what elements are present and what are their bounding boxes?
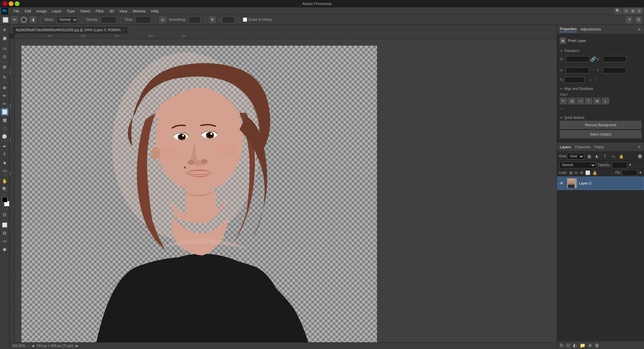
full-screen-icon[interactable]: ⊡ — [623, 8, 629, 14]
canvas-scroll-area[interactable]: 100 200 300 400 — [9, 39, 557, 342]
search-icon[interactable]: 🔍 — [614, 8, 621, 14]
tool-healing[interactable]: ⊕ — [1, 84, 8, 91]
flip-v-icon[interactable]: ↕ — [595, 78, 597, 82]
brush-hardness-icon[interactable]: ◑ — [30, 16, 36, 23]
target-tool[interactable]: ◉ — [1, 245, 8, 253]
opacity-down-icon[interactable]: ▼ — [629, 163, 632, 167]
align-right-btn[interactable]: ⊣ — [577, 98, 584, 104]
menu-edit[interactable]: Edit — [22, 8, 34, 14]
remove-background-btn[interactable]: Remove Background — [560, 121, 641, 129]
menu-image[interactable]: Image — [34, 8, 50, 14]
tab-properties[interactable]: Properties — [560, 27, 577, 32]
tool-text[interactable]: T — [1, 151, 8, 158]
tool-clone[interactable]: ✂ — [1, 100, 8, 107]
filter-smart-icon[interactable]: 🔒 — [618, 153, 625, 160]
color-swatches[interactable] — [2, 197, 7, 208]
menu-select[interactable]: Select — [77, 8, 93, 14]
tool-dodge[interactable]: ⬤ — [1, 132, 8, 140]
width-input[interactable]: 498 px — [566, 56, 589, 62]
nav-left[interactable]: ◀ — [32, 344, 34, 348]
menu-view[interactable]: View — [117, 8, 130, 14]
nav-right[interactable]: ▶ — [76, 344, 78, 348]
brush-size-indicator[interactable] — [21, 17, 27, 23]
transform-collapse-icon[interactable]: ▼ — [560, 49, 563, 53]
add-mask-icon[interactable]: ⊡ — [566, 343, 570, 348]
tab-channels[interactable]: Channels — [575, 145, 590, 149]
align-left-btn[interactable]: ⊢ — [560, 98, 567, 104]
filter-shape-icon[interactable]: ▭ — [610, 153, 616, 160]
minimize-btn[interactable] — [9, 1, 13, 6]
opacity-value-input[interactable]: 100% — [612, 162, 627, 168]
lock-artboard-icon[interactable]: ⬜ — [585, 170, 590, 175]
align-center-h-btn[interactable]: ⊟ — [568, 98, 576, 104]
new-layer-icon[interactable]: ⊕ — [588, 343, 592, 348]
canvas-container[interactable] — [21, 46, 377, 342]
tool-shape[interactable]: ▭ — [1, 167, 8, 174]
lock-image-icon[interactable]: ✏ — [575, 170, 578, 175]
arrange-icon[interactable]: ⊞ — [629, 8, 636, 14]
tool-marquee[interactable]: ▭ — [1, 45, 8, 52]
tool-brush[interactable]: ✏ — [1, 92, 8, 99]
tool-path-select[interactable]: ◈ — [1, 159, 8, 166]
document-tab[interactable]: 8a2b6385af57bbc85690fed48431d255.jpg @ 2… — [12, 26, 128, 34]
flip-h-icon[interactable]: ↔ — [589, 78, 593, 82]
menu-3d[interactable]: 3D — [107, 8, 117, 14]
menu-window[interactable]: Window — [130, 8, 148, 14]
select-subject-btn[interactable]: Select Subject — [560, 130, 641, 138]
lock-transparent-icon[interactable]: ⊞ — [569, 170, 573, 175]
tool-crop[interactable]: ⊞ — [1, 63, 8, 70]
menu-type[interactable]: Type — [64, 8, 77, 14]
height-input[interactable]: 846 px — [566, 67, 589, 73]
foreground-color[interactable] — [2, 197, 7, 202]
filter-text-icon[interactable]: T — [602, 153, 608, 160]
mode-select[interactable]: Normal — [57, 16, 78, 23]
tab-adjustments[interactable]: Adjustments — [581, 27, 601, 32]
history-icon[interactable]: ↺ — [626, 16, 633, 23]
lock-all-icon[interactable]: 🔒 — [592, 170, 597, 175]
qa-collapse-icon[interactable]: ▼ — [560, 116, 563, 119]
opacity-input[interactable]: 100% — [101, 16, 116, 23]
menu-help[interactable]: Help — [149, 8, 162, 14]
menu-layer[interactable]: Layer — [49, 8, 64, 14]
layer-item[interactable]: 👁 Layer 0 — [557, 177, 644, 190]
erase-history-checkbox[interactable] — [243, 17, 247, 22]
link-wh-icon[interactable]: 🔗 — [591, 54, 595, 64]
filter-pixel-icon[interactable]: ▦ — [586, 153, 592, 160]
more-options-btn[interactable]: ··· — [560, 106, 641, 112]
tool-eyedropper[interactable]: ✎ — [1, 73, 8, 81]
add-adjustment-icon[interactable]: ◐ — [573, 343, 577, 348]
workspace-icon[interactable]: ☰ — [636, 8, 643, 14]
tool-move[interactable]: ✛ — [1, 26, 8, 34]
angle-input[interactable]: 0° — [222, 16, 234, 23]
tool-eraser[interactable]: ⬜ — [1, 108, 8, 115]
blend-mode-select[interactable]: Normal — [559, 162, 596, 168]
frame-tool[interactable]: ▭ — [1, 237, 8, 245]
tool-hand[interactable]: ✋ — [1, 177, 8, 185]
delete-layer-icon[interactable]: 🗑 — [595, 343, 599, 348]
canvas-viewport[interactable] — [15, 39, 557, 342]
tab-close-icon[interactable]: × — [123, 29, 124, 32]
tab-paths[interactable]: Paths — [595, 145, 604, 149]
tool-lasso[interactable]: ⊙ — [1, 53, 8, 60]
align-bottom-btn[interactable]: ⊥ — [602, 98, 609, 104]
align-top-btn[interactable]: ⊤ — [585, 98, 592, 104]
maximize-btn[interactable] — [15, 1, 19, 6]
menu-filter[interactable]: Filter — [93, 8, 106, 14]
add-fx-icon[interactable]: fx — [560, 343, 564, 348]
menu-file[interactable]: File — [11, 8, 22, 14]
tool-zoom[interactable]: 🔍 — [1, 185, 8, 193]
layer-visibility-icon[interactable]: 👁 — [559, 181, 565, 186]
mask-mode[interactable]: ⊡ — [1, 211, 8, 218]
align-collapse-icon[interactable]: ▼ — [560, 87, 563, 91]
screen-mode[interactable]: ⬜ — [1, 221, 8, 229]
smoothing-input[interactable]: 0% — [189, 16, 201, 23]
filter-toggle[interactable] — [638, 154, 642, 158]
x-input[interactable]: 13 px — [603, 56, 626, 62]
flow-input[interactable]: 100% — [136, 16, 151, 23]
align-center-v-btn[interactable]: ⊕ — [593, 98, 601, 104]
brush-picker-icon[interactable]: ✏ — [11, 16, 18, 23]
tab-layers[interactable]: Layers — [560, 145, 571, 149]
new-group-icon[interactable]: 📁 — [580, 343, 585, 348]
y-input[interactable]: 0 px — [603, 67, 626, 73]
fill-input[interactable]: 100% — [622, 170, 637, 176]
